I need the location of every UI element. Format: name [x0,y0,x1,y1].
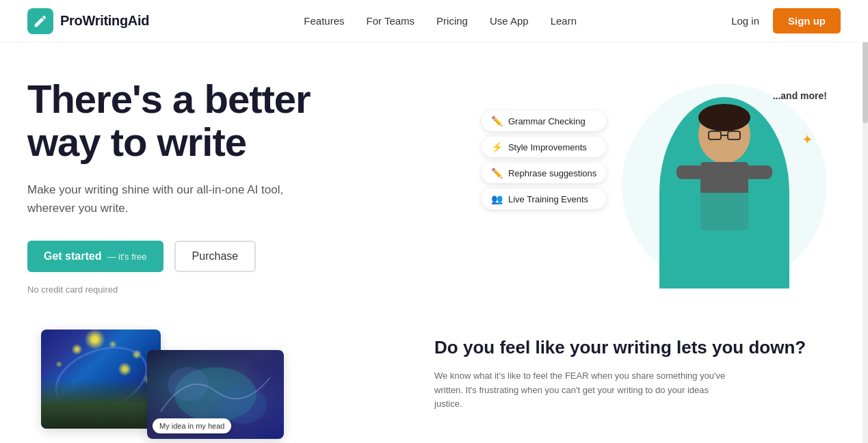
hero-title-line2: way to write [27,120,246,164]
nav-features[interactable]: Features [304,15,344,27]
feature-tags: ✏️ Grammar Checking ⚡ Style Improvements… [482,111,606,209]
painting-card-2: My idea in my head [147,350,284,439]
training-label: Live Training Events [508,194,588,204]
feature-tag-style: ⚡ Style Improvements [482,137,606,157]
hero-section: There's a better way to write Make your … [0,42,868,316]
get-started-label: Get started [44,250,101,263]
nav-use-app[interactable]: Use App [490,15,529,27]
brand-name: ProWritingAid [60,13,149,29]
hero-title-line1: There's a better [27,77,311,121]
svg-rect-7 [745,165,772,179]
sparkle-icon: ✦ [802,131,813,148]
starry-night-bg [41,330,161,429]
feature-tag-rephrase: ✏️ Rephrase suggestions [482,163,606,183]
login-link[interactable]: Log in [731,15,759,27]
rephrase-label: Rephrase suggestions [508,168,596,178]
brand-logo-icon [27,8,53,34]
hero-content: There's a better way to write Make your … [27,77,475,295]
svg-point-1 [698,104,750,131]
lower-visual: My idea in my head [27,330,393,439]
nav-learn[interactable]: Learn [551,15,577,27]
nav-for-teams[interactable]: For Teams [366,15,415,27]
signup-button[interactable]: Sign up [773,8,841,33]
no-credit-card-text: No credit card required [27,284,475,295]
purchase-button[interactable]: Purchase [174,241,257,272]
navbar: ProWritingAid Features For Teams Pricing… [0,0,868,42]
section-desc: We know what it's like to feel the FEAR … [434,369,735,412]
person-svg [659,97,789,288]
section-title-text: Do you feel like your writing lets you d… [434,337,806,358]
hero-visual: ✏️ Grammar Checking ⚡ Style Improvements… [475,77,841,295]
hero-title: There's a better way to write [27,77,475,165]
navbar-actions: Log in Sign up [731,8,841,33]
svg-rect-8 [694,193,755,234]
brand-logo-link[interactable]: ProWritingAid [27,8,149,34]
feature-tag-training: 👥 Live Training Events [482,189,606,209]
grammar-label: Grammar Checking [508,116,586,126]
nav-links: Features For Teams Pricing Use App Learn [304,15,577,27]
rephrase-icon: ✏️ [491,167,503,178]
nav-pricing[interactable]: Pricing [436,15,468,27]
get-started-button[interactable]: Get started — it's free [27,241,163,272]
hero-illustration: ✏️ Grammar Checking ⚡ Style Improvements… [475,77,841,295]
free-label: — it's free [107,252,146,262]
training-icon: 👥 [491,193,503,204]
hero-cta-group: Get started — it's free Purchase [27,241,475,272]
more-label: ...and more! [773,90,827,101]
lower-content: Do you feel like your writing lets you d… [434,330,841,412]
style-icon: ⚡ [491,142,503,152]
grammar-icon: ✏️ [491,116,503,126]
swirl-decoration [46,335,156,424]
scrollbar[interactable] [863,0,868,443]
svg-rect-6 [676,165,704,179]
idea-bubble: My idea in my head [153,418,231,433]
lower-section: My idea in my head Do you feel like your… [0,316,868,443]
feature-tag-grammar: ✏️ Grammar Checking [482,111,606,131]
hero-subtitle: Make your writing shine with our all-in-… [27,180,315,217]
section-title: Do you feel like your writing lets you d… [434,336,841,360]
painting-card-1 [41,330,161,429]
style-label: Style Improvements [508,142,587,152]
person-figure [649,77,800,288]
